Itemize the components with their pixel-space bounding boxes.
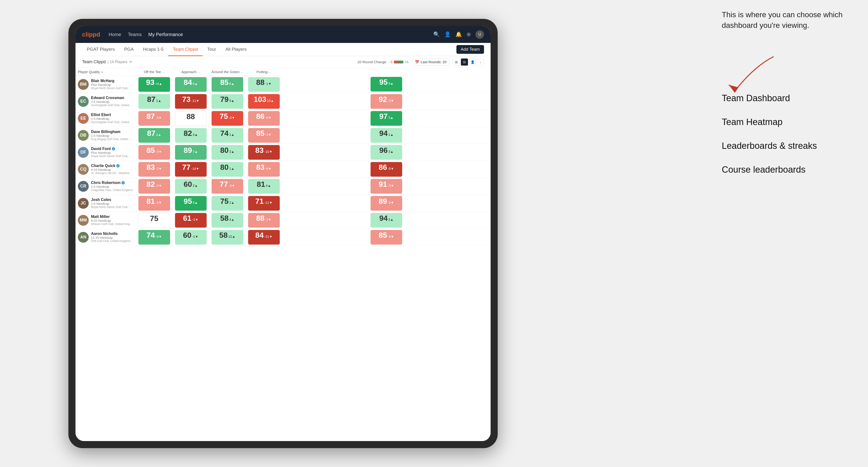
player-details: Josh Coles1-5 HandicapRoyal North Devon … [91, 198, 133, 209]
score-cell-quality: 75 [136, 212, 173, 229]
avatar: EC [78, 96, 89, 107]
player-cell: ECEdward Crossman1-5 HandicapSunningdale… [75, 93, 136, 110]
player-name: David Ford✓ [91, 147, 133, 151]
navbar: clippd Home Teams My Performance 🔍 👤 🔔 ⊕… [75, 26, 491, 43]
score-box: 81-3▼ [138, 196, 170, 211]
score-box: 77-14▼ [175, 162, 207, 177]
score-delta: 9▲ [388, 82, 394, 85]
nav-item-teams[interactable]: Teams [128, 32, 142, 37]
score-box: 83-6▼ [248, 162, 280, 177]
score-cell-approach: 741▲ [209, 127, 246, 144]
tab-team-clippd[interactable]: Team Clippd [168, 43, 203, 56]
table-row[interactable]: ECEdward Crossman1-5 HandicapSunningdale… [75, 93, 491, 110]
view-download-icon[interactable]: ↓ [477, 59, 484, 66]
col-header-tee: Off the Tee — [136, 68, 173, 76]
score-cell-tee: 61-3▼ [173, 212, 209, 229]
player-details: Elliot Ebert1-5 HandicapSunningdale Golf… [91, 113, 133, 124]
score-main: 89 [379, 197, 387, 206]
table-row[interactable]: ANAaron Nicholls11-15 HandicapDrift Golf… [75, 229, 491, 246]
settings-icon[interactable]: ⊕ [467, 31, 471, 37]
score-cell-putting: 975▲ [282, 110, 491, 127]
score-cell-quality: 83-3▼ [136, 161, 173, 178]
last-rounds-button[interactable]: 📅 Last Rounds: 20 [412, 59, 450, 66]
score-box: 941▲ [371, 128, 402, 143]
verified-icon: ✓ [112, 147, 115, 151]
search-icon[interactable]: 🔍 [433, 31, 440, 37]
table-row[interactable]: CQCharlie Quick✓6-10 HandicapSt. George'… [75, 161, 491, 178]
score-box: 82-3▼ [138, 179, 170, 194]
score-cell-tee: 88 [173, 110, 209, 127]
table-row[interactable]: EEElliot Ebert1-5 HandicapSunningdale Go… [75, 110, 491, 127]
player-details: Chris Robertson✓1-5 HandicapCraigmillar … [91, 181, 133, 192]
tab-pgat-players[interactable]: PGAT Players [82, 43, 120, 56]
score-cell-quality: 74-8▼ [136, 229, 173, 246]
tab-hcaps[interactable]: Hcaps 1-5 [138, 43, 168, 56]
score-delta: -1▼ [266, 82, 272, 86]
score-cell-green: 85-3▼ [246, 127, 282, 144]
column-header-row: Player Quality ▼ Off the Tee — Approach … [75, 68, 491, 76]
player-cell: DBDave Billingham1-5 HandicapGog Magog G… [75, 127, 136, 144]
change-pos: +5 [405, 60, 408, 64]
score-box: 88-2▼ [248, 213, 280, 228]
score-delta: -4▼ [388, 235, 394, 239]
view-person-icon[interactable]: 👤 [469, 59, 476, 66]
table-row[interactable]: DBDave Billingham1-5 HandicapGog Magog G… [75, 127, 491, 144]
score-delta: -2▼ [388, 201, 394, 205]
add-team-button[interactable]: Add Team [456, 45, 484, 54]
avatar[interactable]: U [475, 30, 484, 39]
score-box: 75-3▼ [212, 111, 243, 126]
score-main: 77 [220, 180, 228, 189]
score-delta: 1▲ [156, 99, 161, 102]
annotation-text: This is where you can choose which dashb… [722, 9, 854, 31]
player-name: Aaron Nicholls [91, 231, 133, 236]
score-cell-approach: 5810▲ [209, 229, 246, 246]
change-gradient [394, 61, 403, 63]
score-box: 85-4▼ [371, 230, 402, 245]
table-row[interactable]: BMBlair McHargPlus HandicapRoyal North D… [75, 76, 491, 93]
score-main: 103 [254, 95, 266, 104]
score-cell-putting: 86-8▼ [282, 161, 491, 178]
tab-pga[interactable]: PGA [120, 43, 138, 56]
player-club: Sunningdale Golf Club, United Kingdom [91, 103, 133, 107]
score-cell-approach: 584▲ [209, 212, 246, 229]
score-delta: -3▼ [156, 150, 162, 154]
score-delta: 5▲ [388, 116, 394, 120]
view-grid-icon[interactable]: ⊞ [453, 59, 460, 66]
avatar: CR [78, 181, 89, 192]
score-delta: 1▲ [229, 167, 235, 170]
table-row[interactable]: MMMatt Miller6-10 HandicapWoburn Golf Cl… [75, 212, 491, 229]
tab-all-players[interactable]: All Players [221, 43, 251, 56]
score-main: 80 [220, 146, 228, 155]
bell-icon[interactable]: 🔔 [456, 31, 462, 37]
score-box: 86-6▼ [248, 111, 280, 126]
score-delta: -14▼ [191, 167, 199, 170]
score-main: 95 [379, 78, 388, 87]
avatar: CQ [78, 164, 89, 175]
edit-icon[interactable]: ✏ [129, 60, 132, 64]
avatar: JC [78, 198, 89, 209]
player-cell: JCJosh Coles1-5 HandicapRoyal North Devo… [75, 195, 136, 212]
score-box: 92-3▼ [371, 94, 402, 109]
team-header: Team Clippd | 14 Players ✏ 20 Round Chan… [75, 56, 491, 68]
player-info: BMBlair McHargPlus HandicapRoyal North D… [75, 77, 136, 92]
score-main: 94 [379, 129, 388, 138]
score-cell-putting: 959▲ [282, 76, 491, 93]
col-arrow-green: — [241, 71, 243, 73]
nav-item-myperformance[interactable]: My Performance [148, 32, 183, 37]
tab-tour[interactable]: Tour [203, 43, 221, 56]
score-cell-approach: 77-3▼ [209, 178, 246, 195]
user-icon[interactable]: 👤 [444, 31, 451, 37]
view-table-icon[interactable]: ⊟ [461, 59, 468, 66]
player-club: Royal North Devon Golf Club, United King… [91, 206, 133, 209]
player-club: Sunningdale Golf Club, United Kingdom [91, 121, 133, 124]
table-row[interactable]: CRChris Robertson✓1-5 HandicapCraigmilla… [75, 178, 491, 195]
player-name: Chris Robertson✓ [91, 181, 133, 185]
table-row[interactable]: JCJosh Coles1-5 HandicapRoyal North Devo… [75, 195, 491, 212]
score-delta: -21▼ [265, 235, 272, 239]
table-row[interactable]: DFDavid Ford✓Plus HandicapRoyal North De… [75, 144, 491, 161]
nav-item-home[interactable]: Home [109, 32, 121, 37]
player-info: JCJosh Coles1-5 HandicapRoyal North Devo… [75, 196, 136, 211]
verified-icon: ✓ [121, 181, 125, 184]
player-club: Royal North Devon Golf Club, United King… [91, 154, 133, 158]
player-handicap: Plus Handicap [91, 151, 133, 154]
